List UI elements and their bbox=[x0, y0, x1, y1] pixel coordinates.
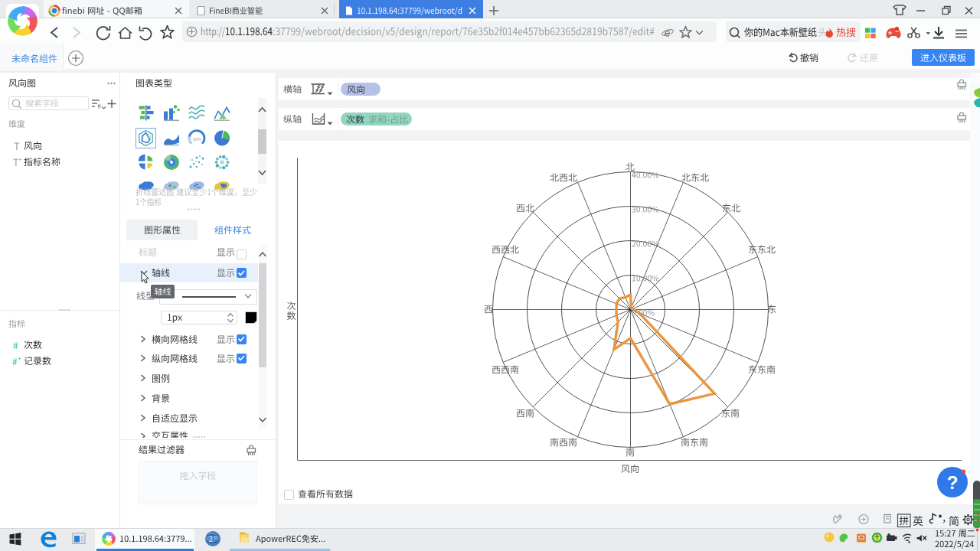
svg-text:?: ? bbox=[947, 472, 959, 493]
svg-text:60%: 60% bbox=[193, 137, 201, 142]
